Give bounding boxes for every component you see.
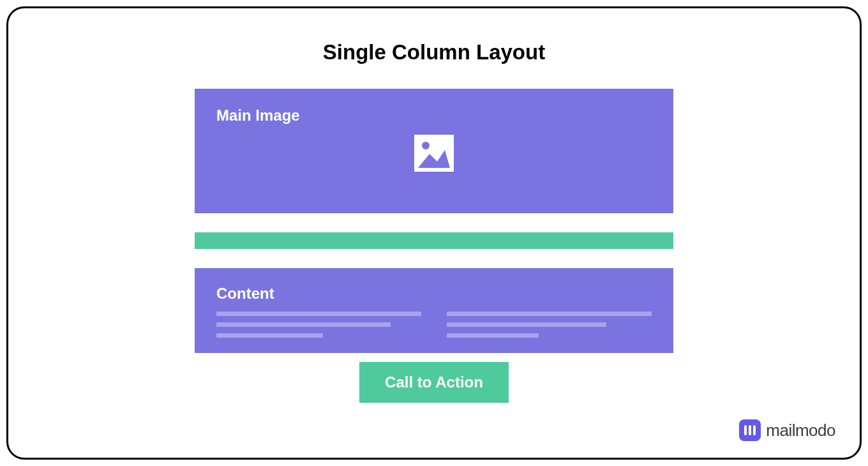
placeholder-line <box>447 333 539 338</box>
svg-rect-5 <box>753 425 756 435</box>
placeholder-line <box>216 333 323 338</box>
divider-bar <box>195 232 673 249</box>
brand-logo: mailmodo <box>739 419 835 441</box>
main-image-block: Main Image <box>195 89 673 213</box>
diagram-title: Single Column Layout <box>8 40 860 64</box>
brand-name: mailmodo <box>766 421 835 440</box>
layout-column: Main Image Content <box>195 89 673 403</box>
diagram-frame: Single Column Layout Main Image Content <box>6 6 862 460</box>
placeholder-line <box>216 322 391 327</box>
image-placeholder-icon <box>414 135 454 172</box>
svg-rect-3 <box>744 425 747 435</box>
placeholder-line <box>447 312 652 316</box>
call-to-action-button[interactable]: Call to Action <box>359 362 509 403</box>
content-lines-left <box>216 312 421 338</box>
svg-point-1 <box>422 142 430 149</box>
content-placeholder-lines <box>216 312 652 338</box>
content-label: Content <box>216 285 652 303</box>
content-lines-right <box>447 312 652 338</box>
placeholder-line <box>447 322 606 327</box>
main-image-label: Main Image <box>216 107 652 124</box>
svg-rect-4 <box>749 425 751 435</box>
mailmodo-icon <box>739 419 761 441</box>
content-block: Content <box>195 268 673 353</box>
placeholder-line <box>216 312 421 316</box>
